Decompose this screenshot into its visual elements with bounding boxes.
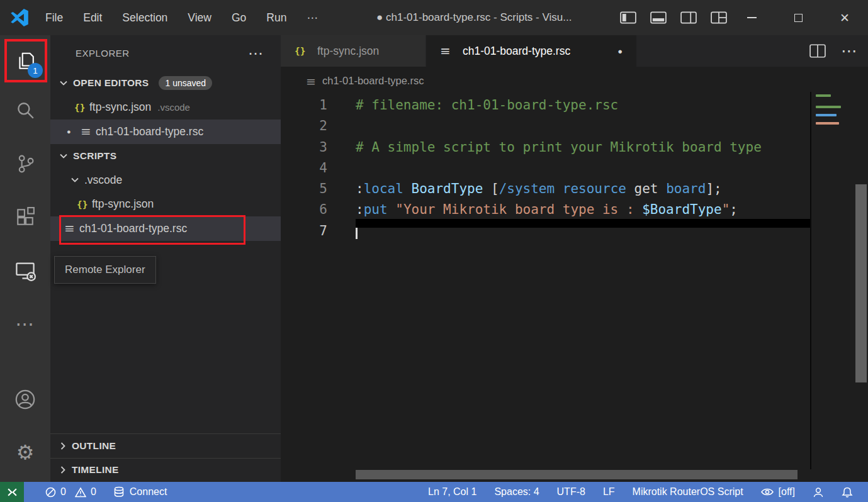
eol-sequence[interactable]: LF [594,482,624,502]
minimize-icon [747,17,757,18]
open-editor-detail: .vscode [157,102,190,113]
json-file-icon: {} [295,46,310,56]
menu-edit[interactable]: Edit [73,0,112,35]
folder-label: .vscode [84,174,122,187]
code-line[interactable]: 2 [281,116,854,137]
code-lines[interactable]: 1# filename: ch1-01-board-type.rsc23# A … [281,95,854,468]
eye-icon [761,488,774,496]
status-bar-right: Ln 7, Col 1 Spaces: 4 UTF-8 LF Mikrotik … [419,482,868,502]
chevron-down-icon [59,152,68,160]
code-text [327,158,356,179]
code-text: :local BoardType [/system resource get b… [327,179,722,199]
menu-more[interactable]: ⋯ [296,0,328,35]
file-ftp-sync-json[interactable]: {} ftp-sync.json [50,192,281,217]
tab-bar: {} ftp-sync.json ≡ ch1-01-board-type.rsc… [281,35,868,67]
line-number: 2 [281,116,327,137]
rsc-file-icon: ≡ [306,74,322,88]
minimize-button[interactable] [728,0,775,35]
customize-layout-icon[interactable] [711,11,727,24]
code-line[interactable]: 5:local BoardType [/system resource get … [281,179,854,199]
outline-section-header[interactable]: OUTLINE [50,433,281,458]
json-file-icon: {} [74,103,89,113]
problems-indicator[interactable]: 0 0 [45,486,96,498]
chevron-right-icon [59,442,67,450]
window-title: ● ch1-01-board-type.rsc - Scripts - Visu… [376,0,572,35]
feedback-button[interactable] [804,482,833,502]
preview-state: [off] [779,486,795,498]
vertical-scrollbar[interactable] [855,184,867,382]
open-editors-label: OPEN EDITORS [73,77,149,89]
editor-actions: ⋯ [809,35,858,67]
tab-board-type-rsc[interactable]: ≡ ch1-01-board-type.rsc ● [426,35,636,67]
tab-dirty-dot-icon[interactable]: ● [617,47,623,56]
line-number: 5 [281,179,327,199]
code-line[interactable]: 1# filename: ch1-01-board-type.rsc [281,95,854,116]
activity-source-control[interactable] [0,142,50,186]
toggle-sidebar-icon[interactable] [620,11,636,24]
status-bar: 0 0 Connect Ln 7, Col 1 Spaces: 4 UTF-8 … [0,482,868,502]
open-editor-board-type[interactable]: ● ≡ ch1-01-board-type.rsc [50,120,281,144]
vscode-window: File Edit Selection View Go Run ⋯ ● ch1-… [0,0,868,502]
code-text: :put "Your Mikrotik board type is : $Boa… [327,199,738,220]
minimap-line [816,106,841,108]
code-line[interactable]: 6:put "Your Mikrotik board type is : $Bo… [281,199,854,220]
rsc-file-icon: ≡ [440,43,455,59]
toggle-secondary-sidebar-icon[interactable] [680,11,697,24]
line-number: 6 [281,199,327,220]
encoding[interactable]: UTF-8 [548,482,594,502]
activity-extensions[interactable] [0,195,50,239]
cursor-position[interactable]: Ln 7, Col 1 [419,482,485,502]
activity-search[interactable] [0,89,50,133]
connect-button[interactable]: Connect [114,486,167,498]
breadcrumb[interactable]: ≡ ch1-01-board-type.rsc [281,67,868,95]
close-icon: ✕ [840,11,850,25]
activity-settings[interactable]: ⚙ [0,430,50,474]
settings-gear-icon: ⚙ [16,440,35,464]
activity-more-actions[interactable]: ⋯ [0,301,50,345]
notifications-button[interactable] [833,482,862,502]
menu-run[interactable]: Run [256,0,296,35]
scripts-section-header[interactable]: SCRIPTS [50,144,281,169]
minimap-divider [810,92,811,469]
menu-selection[interactable]: Selection [112,0,178,35]
open-editors-header[interactable]: OPEN EDITORS 1 unsaved [50,71,281,96]
toggle-panel-icon[interactable] [650,11,667,24]
activity-remote-explorer[interactable] [0,248,50,293]
code-line[interactable]: 3# A simple script to print your Mikroti… [281,137,854,158]
activity-account[interactable] [0,377,50,421]
remote-explorer-icon [14,260,36,281]
vscode-logo-icon[interactable] [10,8,29,27]
preview-toggle[interactable]: [off] [752,482,804,502]
indentation[interactable]: Spaces: 4 [485,482,548,502]
sidebar-more-actions-icon[interactable]: ⋯ [248,50,263,57]
menu-file[interactable]: File [35,0,73,35]
split-editor-icon[interactable] [809,44,826,58]
modified-dot-icon: ● [67,128,81,135]
activity-explorer[interactable] [0,39,50,83]
scripts-label: SCRIPTS [73,150,116,162]
sidebar-header: EXPLORER ⋯ [50,35,281,71]
language-mode[interactable]: Mikrotik RouterOS Script [624,482,752,502]
explorer-badge: 1 [28,63,43,78]
tab-ftp-sync-json[interactable]: {} ftp-sync.json [281,35,426,67]
menu-go[interactable]: Go [222,0,256,35]
sidebar-title: EXPLORER [76,48,248,59]
open-editor-label: ftp-sync.json [89,101,151,114]
editor-more-actions-icon[interactable]: ⋯ [841,42,858,61]
horizontal-scrollbar[interactable] [356,470,798,479]
close-button[interactable]: ✕ [821,0,868,35]
menu-view[interactable]: View [178,0,222,35]
timeline-section-header[interactable]: TIMELINE [50,458,281,482]
file-label: ch1-01-board-type.rsc [79,222,187,235]
code-line[interactable]: 4 [281,158,854,179]
connect-icon [114,486,124,498]
json-file-icon: {} [77,199,92,209]
maximize-button[interactable] [775,0,821,35]
folder-vscode[interactable]: .vscode [50,168,281,192]
file-board-type-rsc[interactable]: ≡ ch1-01-board-type.rsc [50,216,281,241]
error-count: 0 [60,486,66,498]
remote-icon [7,488,18,497]
account-icon [14,389,36,410]
remote-indicator[interactable] [0,482,24,502]
open-editor-ftp-sync[interactable]: {} ftp-sync.json .vscode [50,96,281,120]
